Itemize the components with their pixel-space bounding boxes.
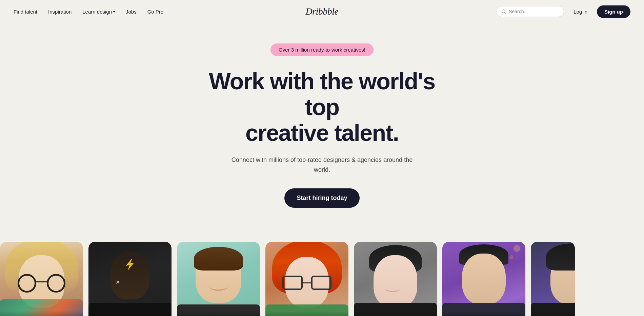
profile-card-overlay: Jesse Showalter Design Educator [442,311,525,316]
nav-go-pro[interactable]: Go Pro [147,9,164,15]
logo[interactable]: Dribbble [305,6,338,17]
nav-jobs[interactable]: Jobs [126,9,137,15]
nav-inspiration[interactable]: Inspiration [48,9,72,15]
profile-card-overlay: Lilla Bardenova Brand + Illustrator [0,311,83,316]
profile-card[interactable]: Elif Ka Brand [531,242,575,316]
profiles-wrapper: Lilla Bardenova Brand + Illustrator ⚡ ✕ … [0,225,644,316]
logo-container: Dribbble [305,6,338,17]
search-input[interactable] [509,9,559,14]
profile-card[interactable]: Lilla Bardenova Brand + Illustrator [0,242,83,316]
search-bar[interactable] [496,6,564,17]
profile-card-overlay: Mercedes Bazan Illustrator [265,311,348,316]
nav-left: Find talent Inspiration Learn design ▾ J… [14,9,163,15]
profile-card-overlay: Vladimir Gruev Digital Designer [177,311,260,316]
nav-learn-design[interactable]: Learn design ▾ [82,9,115,15]
hero-subtext: Connect with millions of top-rated desig… [227,155,417,175]
profile-card[interactable]: Mercedes Bazan Illustrator [265,242,348,316]
profiles-row: Lilla Bardenova Brand + Illustrator ⚡ ✕ … [0,242,644,316]
profile-card[interactable]: ⚡ ✕ Victa Wille Digital Designer [88,242,172,316]
profile-card[interactable]: Jesse Showalter Design Educator [442,242,525,316]
nav-right: Log in Sign up [496,5,630,18]
navigation: Find talent Inspiration Learn design ▾ J… [0,0,644,23]
signup-button[interactable]: Sign up [597,5,630,18]
profile-card-overlay: Victa Wille Digital Designer [88,311,172,316]
svg-line-1 [505,13,506,14]
hero-badge: Over 3 million ready-to-work creatives! [270,43,374,56]
hero-section: Over 3 million ready-to-work creatives! … [0,23,644,225]
search-icon [501,9,506,14]
login-button[interactable]: Log in [569,6,591,17]
profile-card-overlay: Andrea Jelić Digital Designer [354,311,437,316]
profile-card-overlay: Elif Ka Brand [531,311,575,316]
hero-heading: Work with the world's top creative talen… [190,68,454,146]
chevron-down-icon: ▾ [113,10,115,14]
cta-button[interactable]: Start hiring today [284,188,359,208]
nav-find-talent[interactable]: Find talent [14,9,37,15]
profile-card[interactable]: Vladimir Gruev Digital Designer [177,242,260,316]
profile-card[interactable]: Andrea Jelić Digital Designer [354,242,437,316]
